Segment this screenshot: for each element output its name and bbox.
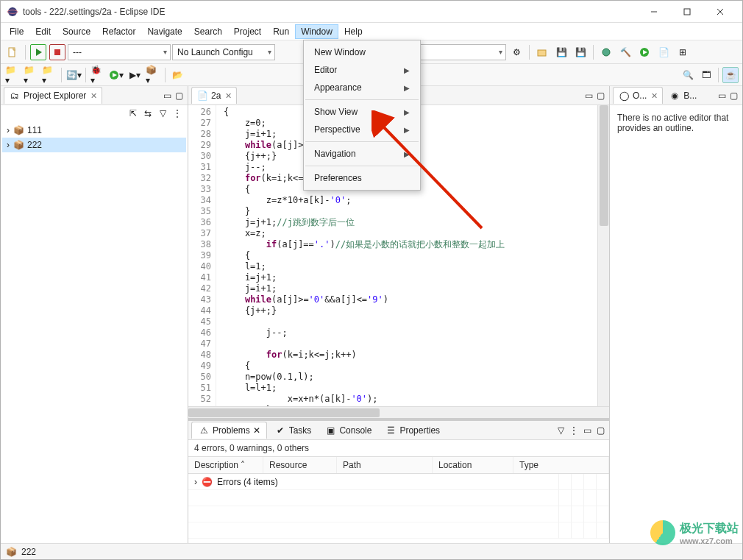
menu-help[interactable]: Help [338, 24, 369, 39]
tab-console[interactable]: ▣Console [319, 422, 377, 439]
maximize-button[interactable] [670, 1, 703, 22]
stop-button[interactable] [49, 44, 65, 60]
problems-summary: 4 errors, 0 warnings, 0 others [188, 440, 609, 456]
view-menu-icon[interactable]: ⋮ [568, 425, 580, 436]
tb-refresh[interactable]: 🔄▾ [65, 67, 82, 83]
minimize-view-icon[interactable]: ▭ [716, 90, 728, 102]
save-icon[interactable]: 💾 [553, 44, 569, 60]
breakpoints-tab[interactable]: ◉ B... [663, 88, 703, 104]
menubar: FileEditSourceRefactorNavigateSearchProj… [1, 23, 742, 40]
menu-item-preferences[interactable]: Preferences [304, 169, 420, 187]
column-type[interactable]: Type [513, 457, 609, 473]
gear-icon[interactable]: ⚙ [508, 44, 525, 60]
menu-project[interactable]: Project [228, 24, 267, 39]
link-icon[interactable]: ⇆ [142, 107, 154, 119]
editor-tab[interactable]: 📄 2a ✕ [191, 87, 237, 104]
menu-item-perspective[interactable]: Perspective▶ [304, 121, 420, 138]
problems-icon: ⚠ [198, 425, 210, 436]
tb-open[interactable]: 📂 [169, 67, 185, 83]
expand-icon[interactable]: › [194, 477, 197, 487]
close-icon[interactable]: ✕ [90, 91, 97, 101]
tb-profile[interactable]: 📦▾ [145, 67, 161, 83]
window-menu-dropdown: New WindowEditor▶Appearance▶Show View▶Pe… [303, 40, 421, 191]
tb-run[interactable]: ▾ [108, 67, 124, 83]
project-item-222[interactable]: ›📦222 [2, 138, 186, 152]
menu-navigate[interactable]: Navigate [141, 24, 188, 39]
page-icon[interactable]: 📄 [655, 44, 672, 60]
project-item-111[interactable]: ›📦111 [2, 123, 186, 138]
minimize-view-icon[interactable]: ▭ [161, 90, 173, 102]
project-explorer-tab[interactable]: 🗂 Project Explorer ✕ [4, 87, 102, 104]
menu-edit[interactable]: Edit [29, 24, 57, 39]
menu-item-appearance[interactable]: Appearance▶ [304, 79, 420, 96]
new-icon[interactable] [4, 44, 21, 60]
grid-icon[interactable]: ⊞ [675, 44, 691, 60]
outline-tab[interactable]: ◯ O... ✕ [613, 87, 663, 104]
launch-combo-1[interactable]: --- [68, 44, 171, 60]
column-path[interactable]: Path [337, 457, 433, 473]
run-button[interactable] [30, 44, 46, 60]
watermark-line2: www.xz7.com [680, 536, 739, 545]
tb-coverage[interactable]: ▶▾ [127, 67, 143, 83]
tab-properties[interactable]: ☰Properties [379, 422, 446, 439]
collapse-all-icon[interactable]: ⇱ [127, 107, 139, 119]
column-resource[interactable]: Resource [263, 457, 337, 473]
maximize-view-icon[interactable]: ▢ [594, 425, 606, 436]
filter-icon[interactable]: ▽ [157, 107, 168, 119]
run2-icon[interactable] [636, 44, 653, 60]
horizontal-scrollbar[interactable] [188, 406, 609, 418]
build-icon[interactable]: 🔨 [617, 44, 633, 60]
view-menu-icon[interactable]: ⋮ [171, 107, 183, 119]
table-row[interactable]: ›⛔Errors (4 items) [188, 474, 609, 490]
menu-window[interactable]: Window [295, 24, 338, 39]
minimize-button[interactable] [637, 1, 670, 22]
titlebar: tools - 222/.settings/2a - Eclipse IDE [1, 1, 742, 23]
search-icon[interactable]: 🔍 [680, 67, 696, 83]
maximize-view-icon[interactable]: ▢ [594, 90, 606, 102]
breakpoints-tab-label: B... [683, 91, 697, 101]
open-perspective-icon[interactable]: 🗔 [698, 67, 714, 83]
project-icon: 📦 [13, 124, 24, 136]
tb-debug[interactable]: 🐞▾ [90, 67, 106, 83]
maximize-view-icon[interactable]: ▢ [728, 90, 739, 102]
maximize-view-icon[interactable]: ▢ [173, 90, 185, 102]
svg-rect-3 [684, 9, 690, 15]
watermark-line1: 极光下载站 [680, 521, 739, 536]
tab-problems[interactable]: ⚠Problems ✕ [191, 422, 267, 439]
menu-file[interactable]: File [4, 24, 29, 39]
menu-item-show view[interactable]: Show View▶ [304, 103, 420, 121]
svg-point-10 [602, 49, 610, 56]
minimize-view-icon[interactable]: ▭ [583, 90, 594, 102]
menu-refactor[interactable]: Refactor [96, 24, 141, 39]
chevron-right-icon: ▶ [404, 66, 410, 74]
saveall-icon[interactable]: 💾 [572, 44, 589, 60]
vertical-scrollbar[interactable] [597, 105, 609, 406]
minimize-view-icon[interactable]: ▭ [581, 425, 593, 436]
menu-run[interactable]: Run [267, 24, 295, 39]
menu-item-navigation[interactable]: Navigation▶ [304, 145, 420, 163]
close-icon[interactable]: ✕ [225, 91, 232, 101]
filter-icon[interactable]: ▽ [555, 425, 566, 436]
tb-folder1[interactable]: 📁▾ [4, 67, 21, 83]
svg-rect-8 [54, 49, 60, 55]
svg-rect-6 [9, 48, 15, 57]
menu-item-new window[interactable]: New Window [304, 43, 420, 61]
tab-tasks[interactable]: ✔Tasks [269, 422, 318, 439]
menu-item-editor[interactable]: Editor▶ [304, 61, 420, 79]
console-icon: ▣ [324, 425, 336, 436]
close-icon[interactable]: ✕ [253, 425, 260, 436]
launch-config-combo[interactable]: No Launch Configu [172, 44, 275, 60]
column-location[interactable]: Location [433, 457, 513, 473]
svg-marker-7 [36, 49, 42, 56]
java-perspective-icon[interactable]: ☕ [722, 67, 739, 83]
column-description[interactable]: Description ˄ [188, 457, 263, 473]
open-icon[interactable] [534, 44, 550, 60]
debug-toolbar-icon[interactable] [598, 44, 614, 60]
file-icon: 📄 [196, 90, 208, 102]
tb-folder2[interactable]: 📁▾ [23, 67, 39, 83]
tb-folder3[interactable]: 📁▾ [41, 67, 57, 83]
close-icon[interactable]: ✕ [651, 91, 658, 101]
menu-search[interactable]: Search [188, 24, 228, 39]
menu-source[interactable]: Source [57, 24, 96, 39]
close-button[interactable] [703, 1, 736, 22]
